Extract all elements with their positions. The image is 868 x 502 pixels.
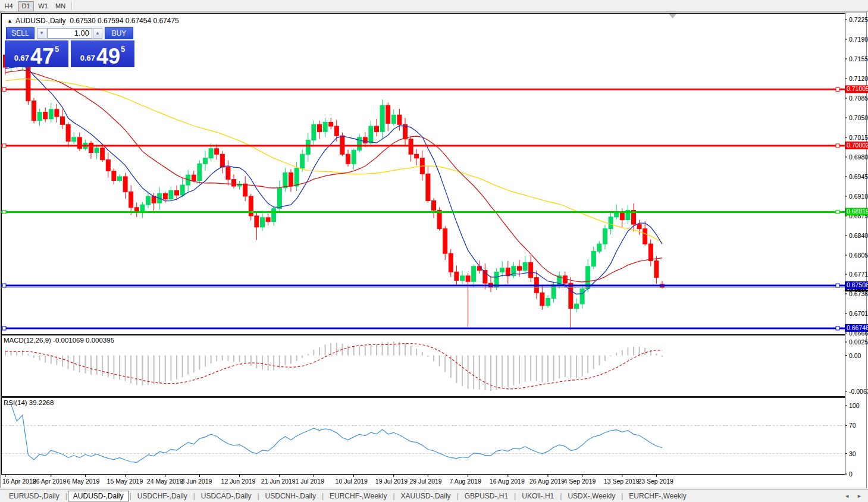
rsi-axis-label: 30 (849, 450, 856, 457)
candle-body (283, 172, 287, 187)
level-handle (836, 284, 839, 287)
candle-body (112, 171, 116, 181)
candle-body (483, 270, 487, 283)
date-axis-label: 16 Aug 2019 (490, 478, 525, 485)
level-badge-label: 0.70002 (847, 142, 868, 149)
buy-button[interactable]: BUY (105, 27, 133, 39)
candle-body (49, 109, 53, 119)
level-handle (2, 210, 6, 214)
price-axis-label: 0.69100 (849, 193, 868, 200)
price-axis-label: 0.69450 (849, 173, 868, 180)
candle-body (61, 117, 65, 124)
price-axis-label: 0.71550 (849, 55, 868, 62)
level-handle (836, 210, 839, 214)
price-axis-label: 0.68050 (849, 252, 868, 259)
price-axis-label: 0.71200 (849, 75, 868, 82)
chart-plot[interactable]: 0.722500.719000.715500.712000.708500.705… (0, 0, 868, 489)
candle-body (203, 158, 208, 164)
candle-body (192, 175, 196, 180)
volume-step-down-button[interactable]: ▼ (37, 28, 46, 39)
date-axis-label: 12 Jun 2019 (221, 478, 256, 485)
rsi-axis-label: 100 (849, 402, 860, 409)
candle-body (289, 172, 293, 186)
tf-button-H4[interactable]: H4 (1, 1, 17, 11)
price-axis-label: 0.71900 (849, 36, 868, 43)
tab-usdchf-daily[interactable]: USDCHF-,Daily (132, 491, 193, 501)
candle-body (432, 201, 436, 211)
candle-body (500, 268, 504, 272)
price-axis-label: 0.67710 (849, 271, 868, 278)
symbol-collapse-icon[interactable]: ▲ (7, 18, 12, 24)
tab-audusd-daily[interactable]: AUDUSD-,Daily (68, 491, 129, 501)
candle-body (243, 184, 247, 196)
date-axis-label: 19 Jul 2019 (375, 478, 408, 485)
date-axis-label: 24 May 2019 (147, 478, 183, 485)
ma-fast-line (5, 65, 662, 294)
candle-body (575, 304, 579, 309)
candle-body (220, 154, 224, 167)
candle-body (603, 229, 607, 244)
price-axis-label: 0.67010 (849, 310, 868, 317)
candle-body (37, 112, 42, 121)
candle-body (32, 101, 36, 121)
tf-button-MN[interactable]: MN (52, 1, 68, 11)
buy-price-prefix: 0.67 (80, 54, 95, 62)
candle-body (609, 217, 613, 229)
candle-body (209, 149, 213, 158)
macd-label: MACD(12,26,9) -0.001069 0.000395 (4, 337, 114, 344)
tab-eurchf-weekly[interactable]: EURCHF-,Weekly (324, 491, 392, 501)
date-axis-label: 1 Jul 2019 (295, 478, 324, 485)
candle-body (118, 177, 122, 181)
buy-price-display[interactable]: 0.67495 (71, 40, 134, 67)
volume-input[interactable] (47, 28, 92, 39)
macd-axis-label: -0.006326 (849, 388, 868, 395)
date-axis-label: 4 Sep 2019 (564, 478, 596, 485)
candle-body (163, 193, 167, 199)
tab-ukoil-h1[interactable]: UKOil-,H1 (516, 491, 559, 501)
tf-button-W1[interactable]: W1 (35, 1, 51, 11)
rsi-label: RSI(14) 39.2268 (4, 399, 54, 406)
candle-body (169, 191, 173, 199)
date-axis-label: 23 Sep 2019 (638, 478, 673, 485)
candle-body (106, 160, 110, 171)
candle-body (426, 174, 430, 200)
candle-body (443, 229, 447, 253)
tab-eurchf-weekly[interactable]: EURCHF-,Weekly (623, 491, 691, 501)
tab-gbpusd-h1[interactable]: GBPUSD-,H1 (459, 491, 513, 501)
one-click-trading-panel: SELL ▼ ▲ BUY 0.67475 0.67495 (5, 26, 134, 67)
right-shift-marker-icon[interactable] (669, 14, 676, 18)
candle-body (215, 149, 219, 154)
candle-body (597, 244, 601, 251)
date-axis-label: 16 Apr 2019 (2, 478, 36, 485)
tab-eurusd-daily[interactable]: EURUSD-,Daily (4, 491, 65, 501)
level-badge-label: 0.68819 (847, 208, 868, 215)
sell-button[interactable]: SELL (6, 27, 35, 39)
tabs-scroll-right-icon[interactable]: ► (857, 493, 862, 499)
candle-body (397, 115, 402, 124)
sell-price-big: 47 (30, 48, 54, 65)
candle-body (129, 192, 133, 207)
volume-step-up-button[interactable]: ▲ (93, 28, 102, 39)
tab-xauusd-daily[interactable]: XAUUSD-,Daily (396, 491, 456, 501)
rsi-axis-label: 70 (849, 422, 856, 429)
candle-body (175, 191, 179, 196)
price-axis-label: 0.69800 (849, 153, 868, 161)
candle-body (255, 216, 259, 227)
candle-body (146, 196, 151, 205)
candle-body (546, 299, 550, 306)
rsi-axis-label: 0 (849, 470, 853, 478)
tabs-scroll-left-icon[interactable]: ◄ (844, 493, 850, 499)
candle-body (306, 140, 310, 155)
candle-body (277, 188, 281, 209)
tab-usdx-weekly[interactable]: USDX-,Weekly (562, 491, 621, 501)
candle-body (449, 253, 453, 272)
tab-usdcnh-daily[interactable]: USDCNH-,Daily (260, 491, 321, 501)
date-axis-label: 15 May 2019 (107, 478, 143, 485)
sell-price-display[interactable]: 0.67475 (5, 40, 68, 67)
tab-usdcad-daily[interactable]: USDCAD-,Daily (196, 491, 257, 501)
tf-button-D1[interactable]: D1 (18, 1, 34, 11)
candle-body (272, 209, 276, 222)
candle-body (437, 211, 441, 229)
candle-body (101, 148, 105, 160)
candle-body (77, 137, 82, 149)
